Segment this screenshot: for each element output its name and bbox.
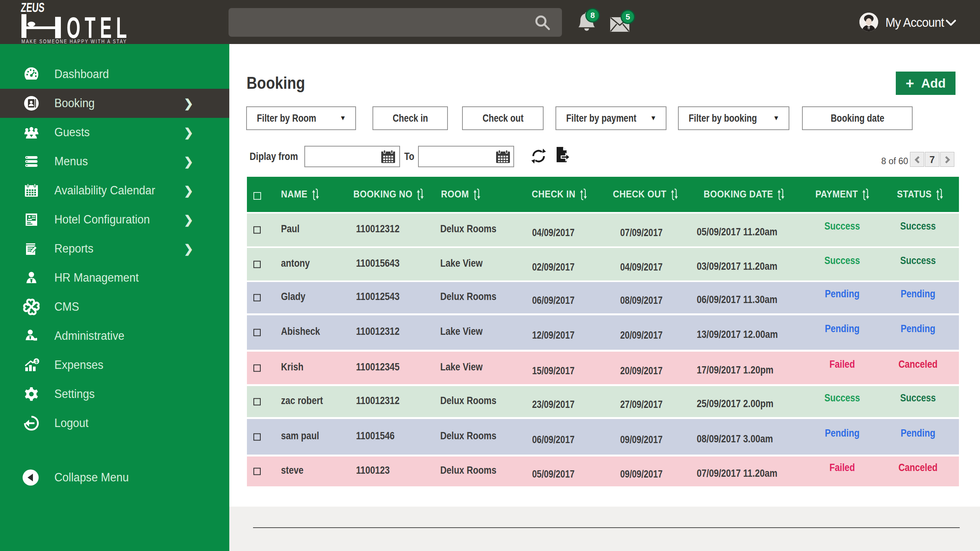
svg-text:ZEUS: ZEUS [20, 0, 45, 15]
svg-text:MAKE SOMEONE HAPPY WITH A STAY: MAKE SOMEONE HAPPY WITH A STAY [21, 39, 127, 44]
svg-text:$: $ [35, 359, 38, 364]
